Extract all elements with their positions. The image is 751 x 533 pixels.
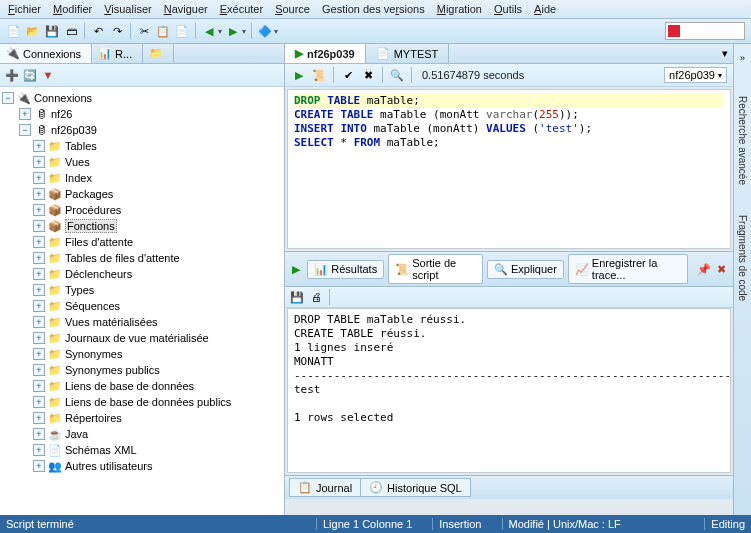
search-input[interactable] [665, 22, 745, 40]
redo-icon[interactable]: ↷ [109, 23, 125, 39]
fwd-icon[interactable]: ▶ [225, 23, 241, 39]
connection-dropdown[interactable]: nf26p039 ▾ [664, 67, 727, 83]
tree-node[interactable]: Tables de files d'attente [65, 252, 180, 264]
connections-tree[interactable]: −🔌Connexions +🛢nf26 −🛢nf26p039 +📁Tables+… [0, 87, 284, 515]
expander-icon[interactable]: + [33, 316, 45, 328]
sql-editor[interactable]: DROP TABLE maTable; CREATE TABLE maTable… [287, 89, 731, 249]
tree-node[interactable]: Synonymes publics [65, 364, 160, 376]
saveall-icon[interactable]: 🗃 [63, 23, 79, 39]
tree-node[interactable]: Java [65, 428, 88, 440]
filter-icon[interactable]: ▼ [40, 67, 56, 83]
tab-reports[interactable]: 📊 R... [92, 44, 143, 63]
expander-icon[interactable]: + [19, 108, 31, 120]
tree-node[interactable]: Déclencheurs [65, 268, 132, 280]
expander-icon[interactable]: + [33, 396, 45, 408]
tree-node[interactable]: Index [65, 172, 92, 184]
undo-icon[interactable]: ↶ [90, 23, 106, 39]
expander-icon[interactable]: + [33, 172, 45, 184]
open-icon[interactable]: 📂 [25, 23, 41, 39]
tree-node[interactable]: Journaux de vue matérialisée [65, 332, 209, 344]
tree-node[interactable]: Fonctions [65, 219, 117, 233]
expander-icon[interactable]: + [33, 348, 45, 360]
explain2-icon[interactable]: 🔍 [389, 67, 405, 83]
print-output-icon[interactable]: 🖨 [308, 289, 324, 305]
expander-icon[interactable]: + [33, 364, 45, 376]
tree-node[interactable]: Liens de base de données [65, 380, 194, 392]
back-icon[interactable]: ◀ [201, 23, 217, 39]
expander-icon[interactable]: + [33, 332, 45, 344]
tree-node[interactable]: Autres utilisateurs [65, 460, 152, 472]
run-stmt-icon[interactable]: ▶ [291, 67, 307, 83]
commit-icon[interactable]: ✔ [340, 67, 356, 83]
tab-journal[interactable]: 📋 Journal [289, 478, 361, 497]
expander-icon[interactable]: + [33, 188, 45, 200]
expander-icon[interactable]: + [33, 284, 45, 296]
tab-connections[interactable]: 🔌 Connexions [0, 44, 92, 63]
new-conn-icon[interactable]: ➕ [4, 67, 20, 83]
tab-explain[interactable]: 🔍 Expliquer [487, 260, 564, 279]
menu-source[interactable]: Source [275, 3, 310, 15]
expander-icon[interactable]: − [2, 92, 14, 104]
tab-worksheet-2[interactable]: 📄 MYTEST [366, 44, 450, 63]
save-output-icon[interactable]: 💾 [289, 289, 305, 305]
tree-node[interactable]: Séquences [65, 300, 120, 312]
copy-icon[interactable]: 📋 [155, 23, 171, 39]
run-icon[interactable]: ▶ [289, 261, 303, 277]
tab-worksheet-1[interactable]: ▶nf26p039 [285, 44, 366, 63]
tab-sql-history[interactable]: 🕘 Historique SQL [360, 478, 471, 497]
tab-script-output[interactable]: 📜 Sortie de script [388, 254, 483, 284]
paste-icon[interactable]: 📄 [174, 23, 190, 39]
tab-results[interactable]: 📊 Résultats [307, 260, 384, 279]
tree-node[interactable]: Liens de base de données publics [65, 396, 231, 408]
expander-icon[interactable]: − [19, 124, 31, 136]
tree-node[interactable]: Synonymes [65, 348, 122, 360]
tree-node[interactable]: Vues matérialisées [65, 316, 158, 328]
expander-icon[interactable]: + [33, 156, 45, 168]
expander-icon[interactable]: + [33, 140, 45, 152]
tree-node[interactable]: Répertoires [65, 412, 122, 424]
tree-db2[interactable]: nf26p039 [51, 124, 97, 136]
tab-code-fragments[interactable]: Fragments de code [737, 215, 748, 301]
menu-help[interactable]: Aide [534, 3, 556, 15]
menu-file[interactable]: Fichier [8, 3, 41, 15]
db-icon[interactable]: 🔷 [257, 23, 273, 39]
tree-node[interactable]: Procédures [65, 204, 121, 216]
tab-menu-icon[interactable]: ▾ [717, 46, 733, 62]
script-output[interactable]: DROP TABLE maTable réussi. CREATE TABLE … [287, 308, 731, 473]
tree-node[interactable]: Types [65, 284, 94, 296]
tree-root[interactable]: Connexions [34, 92, 92, 104]
rollback-icon[interactable]: ✖ [360, 67, 376, 83]
tree-node[interactable]: Vues [65, 156, 90, 168]
menu-migration[interactable]: Migration [437, 3, 482, 15]
new-icon[interactable]: 📄 [6, 23, 22, 39]
expander-icon[interactable]: + [33, 428, 45, 440]
expander-icon[interactable]: + [33, 204, 45, 216]
tab-trace[interactable]: 📈 Enregistrer la trace... [568, 254, 689, 284]
tree-node[interactable]: Files d'attente [65, 236, 133, 248]
tree-node[interactable]: Schémas XML [65, 444, 137, 456]
expander-icon[interactable]: + [33, 460, 45, 472]
expander-icon[interactable]: + [33, 380, 45, 392]
run-script-icon[interactable]: 📜 [311, 67, 327, 83]
menu-run[interactable]: Exécuter [220, 3, 263, 15]
save-icon[interactable]: 💾 [44, 23, 60, 39]
pin-icon[interactable]: 📌 [696, 261, 710, 277]
clear-icon[interactable]: ✖ [715, 261, 729, 277]
menu-edit[interactable]: Modifier [53, 3, 92, 15]
expander-icon[interactable]: + [33, 444, 45, 456]
expander-icon[interactable]: + [33, 252, 45, 264]
tab-adv-search[interactable]: Recherche avancée [737, 96, 748, 185]
tab-files[interactable]: 📁 [143, 44, 174, 63]
tree-db1[interactable]: nf26 [51, 108, 72, 120]
expander-icon[interactable]: + [33, 220, 45, 232]
cut-icon[interactable]: ✂ [136, 23, 152, 39]
expander-icon[interactable]: + [33, 268, 45, 280]
tree-node[interactable]: Packages [65, 188, 113, 200]
menu-view[interactable]: Visualiser [104, 3, 152, 15]
expand-sidebar-icon[interactable]: » [735, 50, 751, 66]
refresh-icon[interactable]: 🔄 [22, 67, 38, 83]
tree-node[interactable]: Tables [65, 140, 97, 152]
expander-icon[interactable]: + [33, 300, 45, 312]
menu-nav[interactable]: Naviguer [164, 3, 208, 15]
expander-icon[interactable]: + [33, 236, 45, 248]
